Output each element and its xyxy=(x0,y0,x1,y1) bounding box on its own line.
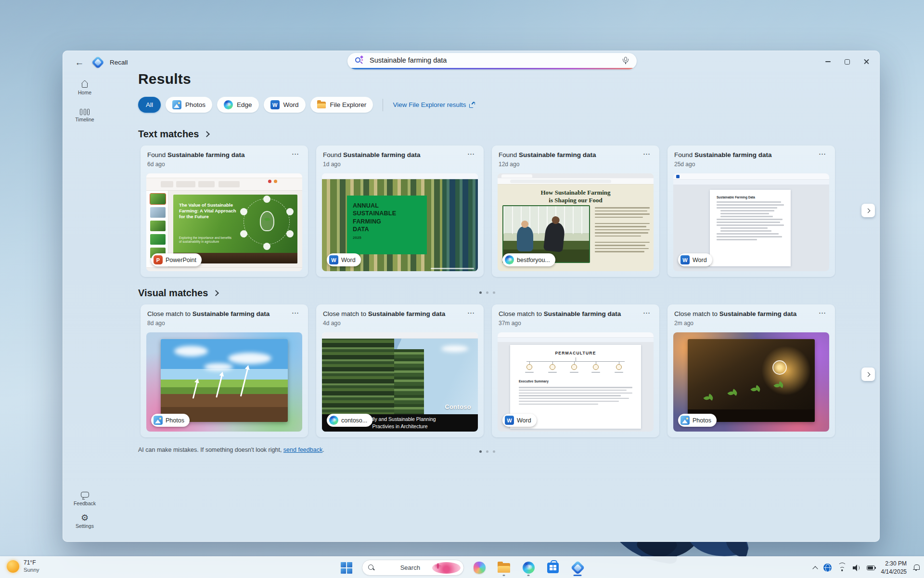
taskbar-center: Search xyxy=(337,557,587,578)
chevron-right-icon[interactable] xyxy=(204,131,210,137)
result-card-photos-seedlings[interactable]: Close match to Sustainable farming data … xyxy=(667,304,835,437)
filter-chip-all[interactable]: All xyxy=(138,97,161,113)
filter-chip-file-explorer[interactable]: File Explorer xyxy=(310,97,373,113)
taskbar-clock[interactable]: 2:30 PM 4/14/2025 xyxy=(881,560,907,575)
recall-search-bar[interactable] xyxy=(347,53,637,69)
start-button[interactable] xyxy=(337,559,356,577)
lightbulb-glow xyxy=(772,360,787,375)
search-gradient-underline xyxy=(347,68,637,69)
chip-label: Edge xyxy=(237,101,252,108)
notification-bell-icon[interactable] xyxy=(913,565,919,571)
card-query: Sustainable farming data xyxy=(343,151,421,158)
chevron-right-icon[interactable] xyxy=(213,290,219,296)
clock-time: 2:30 PM xyxy=(881,560,907,567)
app-badge: bestforyou... xyxy=(502,253,555,266)
badge-label: Word xyxy=(341,257,356,263)
more-options-button[interactable]: … xyxy=(816,146,829,158)
more-options-button[interactable]: … xyxy=(640,146,654,158)
sidebar-item-home[interactable]: Home xyxy=(71,80,98,95)
app-badge: W Word xyxy=(327,253,361,266)
maximize-button[interactable] xyxy=(837,54,857,69)
badge-label: PowerPoint xyxy=(166,257,196,263)
scroll-right-button[interactable] xyxy=(861,368,875,381)
file-explorer-button[interactable] xyxy=(495,559,513,577)
card-age: 8d ago xyxy=(147,320,165,327)
chip-label: All xyxy=(146,101,153,108)
carousel-dots[interactable] xyxy=(479,291,495,294)
taskbar-weather-widget[interactable]: 71°F Sunny xyxy=(7,559,39,573)
sidebar-item-feedback[interactable]: Feedback xyxy=(71,492,98,506)
microsoft-store-button[interactable] xyxy=(544,559,562,577)
tray-overflow-chevron-icon[interactable] xyxy=(812,566,818,571)
result-card-powerpoint[interactable]: Found Sustainable farming data … 6d ago … xyxy=(141,145,308,277)
edge-icon xyxy=(523,562,535,574)
back-button[interactable]: ← xyxy=(71,55,88,70)
clock-date: 4/14/2025 xyxy=(881,568,907,576)
badge-label: Photos xyxy=(693,417,711,424)
more-options-button[interactable]: … xyxy=(816,305,829,317)
badge-label: Word xyxy=(693,257,707,263)
article-title-line: is Shaping our Food xyxy=(549,197,602,204)
cover-line: ANNUAL xyxy=(353,202,421,210)
divider xyxy=(383,99,383,111)
search-input[interactable] xyxy=(369,53,609,67)
copilot-icon xyxy=(474,562,486,574)
recall-taskbar-button[interactable] xyxy=(568,559,587,577)
cover-line: FARMING xyxy=(353,218,421,225)
photos-app-icon xyxy=(154,416,163,425)
close-icon xyxy=(863,59,870,65)
home-icon xyxy=(80,80,89,88)
tray-network-globe-icon[interactable] xyxy=(823,564,832,572)
search-icon xyxy=(368,565,397,571)
permaculture-document-thumbnail: PERMACULTURE Executive Summary xyxy=(498,332,654,432)
document-subheading: Executive Summary xyxy=(519,380,549,383)
sidebar-home-label: Home xyxy=(71,90,98,95)
view-file-explorer-results-link[interactable]: View File Explorer results xyxy=(393,101,475,108)
disclaimer-text: AI can make mistakes. If something doesn… xyxy=(138,447,283,453)
sidebar-item-settings[interactable]: ⚙ Settings xyxy=(71,514,98,529)
microphone-icon[interactable] xyxy=(622,57,629,65)
section-title: Visual matches xyxy=(138,288,208,299)
more-options-button[interactable]: … xyxy=(289,305,302,317)
cover-line: DATA xyxy=(353,225,421,233)
text-matches-row: Found Sustainable farming data … 6d ago … xyxy=(141,145,835,277)
filter-chip-edge[interactable]: Edge xyxy=(217,97,259,113)
weather-condition: Sunny xyxy=(24,567,39,574)
photos-app-icon xyxy=(172,100,181,109)
taskbar-search-box[interactable]: Search xyxy=(362,560,464,576)
text-matches-heading: Text matches xyxy=(138,129,209,140)
sidebar-item-timeline[interactable]: Timeline xyxy=(71,107,98,122)
cover-line: SUSTAINABLE xyxy=(353,210,421,217)
result-card-contoso[interactable]: Close match to Sustainable farming data … xyxy=(316,304,484,437)
send-feedback-link[interactable]: send feedback xyxy=(283,447,322,453)
more-options-button[interactable]: … xyxy=(464,146,478,158)
filter-chip-word[interactable]: W Word xyxy=(264,97,306,113)
word-icon: W xyxy=(329,255,338,264)
result-card-edge-article[interactable]: Found Sustainable farming data … 12d ago… xyxy=(492,145,659,277)
slide-subtitle: Exploring the importance and benefits of… xyxy=(179,236,233,244)
more-options-button[interactable]: … xyxy=(464,305,478,317)
battery-icon[interactable] xyxy=(867,565,875,570)
wifi-icon[interactable] xyxy=(838,565,847,571)
more-options-button[interactable]: … xyxy=(289,146,302,158)
more-options-button[interactable]: … xyxy=(640,305,654,317)
result-card-word-annual[interactable]: Found Sustainable farming data … 1d ago … xyxy=(316,145,484,277)
external-link-icon xyxy=(469,102,475,108)
edge-button[interactable] xyxy=(519,559,538,577)
close-button[interactable] xyxy=(857,54,876,69)
scroll-right-button[interactable] xyxy=(861,204,875,217)
word-icon: W xyxy=(270,100,280,109)
result-card-word-permaculture[interactable]: Close match to Sustainable farming data … xyxy=(492,304,659,437)
carousel-dots[interactable] xyxy=(479,450,495,453)
seedlings-photo xyxy=(688,339,815,422)
filter-chip-photos[interactable]: Photos xyxy=(166,97,212,113)
slide-title: The Value of Sustainable Farming: A Vita… xyxy=(179,202,237,220)
copilot-button[interactable] xyxy=(470,559,488,577)
annual-report-cover: ANNUAL SUSTAINABLE FARMING DATA 2025 xyxy=(347,196,427,254)
result-card-word-doc[interactable]: Found Sustainable farming data … 25d ago… xyxy=(667,145,835,277)
card-prefix: Close match to xyxy=(147,310,192,317)
minimize-button[interactable] xyxy=(818,54,837,69)
result-card-photos-field[interactable]: Close match to Sustainable farming data … xyxy=(141,304,308,437)
volume-icon[interactable] xyxy=(853,565,860,571)
app-badge: Photos xyxy=(678,414,717,427)
